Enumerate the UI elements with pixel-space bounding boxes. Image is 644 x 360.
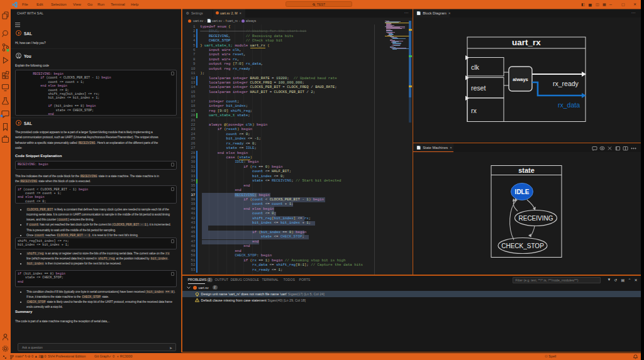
svg-text:uart_rx: uart_rx [512,38,541,47]
svg-text:rx: rx [471,107,477,114]
svg-text:rx_ready: rx_ready [553,80,579,87]
svg-text:CHECK_STOP: CHECK_STOP [501,243,544,249]
svg-text:RECEIVING: RECEIVING [518,215,553,222]
svg-text:IDLE: IDLE [515,188,530,195]
svg-text:state: state [518,166,535,174]
svg-text:always: always [513,77,528,82]
svg-text:reset: reset [471,84,486,92]
svg-text:rx_data: rx_data [558,101,580,109]
svg-text:clk: clk [471,63,480,71]
